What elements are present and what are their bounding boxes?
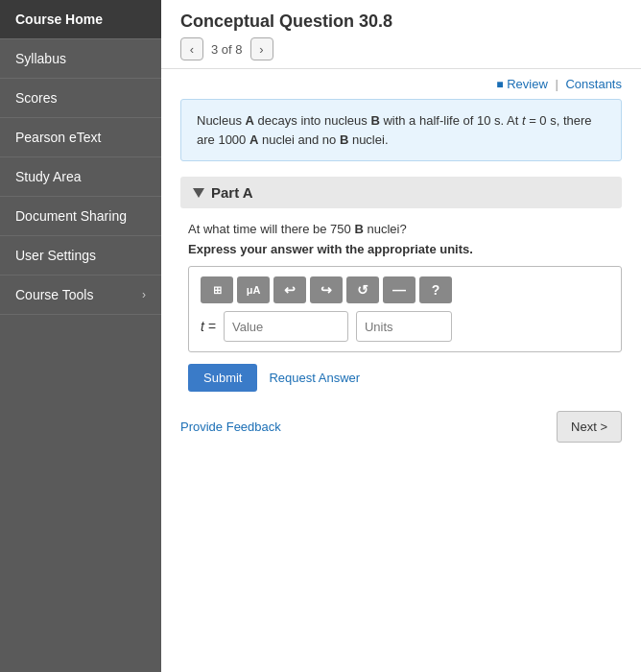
page-info: 3 of 8 [211, 42, 243, 57]
pagination: ‹ 3 of 8 › [180, 37, 622, 60]
sidebar-item-pearson-etext[interactable]: Pearson eText [0, 118, 161, 157]
value-input[interactable] [224, 311, 348, 342]
redo-icon: ↪ [320, 282, 332, 298]
mu-icon: μA [247, 284, 261, 296]
separator: | [555, 77, 558, 91]
dash-icon: — [392, 282, 406, 298]
reset-icon: ↺ [357, 282, 368, 298]
page-title: Conceptual Question 30.8 [180, 12, 622, 32]
sidebar-item-syllabus[interactable]: Syllabus [0, 39, 161, 79]
part-label: Part A [211, 184, 253, 201]
next-button[interactable]: Next > [557, 411, 622, 443]
mu-button[interactable]: μA [237, 276, 270, 303]
next-page-button[interactable]: › [250, 37, 273, 60]
units-input[interactable] [356, 311, 452, 342]
answer-instruction: Express your answer with the appropriate… [188, 242, 622, 256]
sidebar-item-document-sharing[interactable]: Document Sharing [0, 197, 161, 236]
feedback-link[interactable]: Provide Feedback [180, 420, 281, 434]
t-label: t = [201, 319, 216, 334]
dash-button[interactable]: — [383, 276, 415, 303]
main-header: Conceptual Question 30.8 ‹ 3 of 8 › [161, 0, 641, 69]
help-button[interactable]: ? [419, 276, 452, 303]
sidebar-item-label: Course Home [15, 12, 103, 27]
sidebar-item-label: Syllabus [15, 51, 66, 66]
toolbar: ⊞ μA ↩ ↪ ↺ — [201, 276, 609, 303]
value-row: t = [201, 311, 609, 342]
undo-button[interactable]: ↩ [273, 276, 306, 303]
content-area: Nucleus A decays into nucleus B with a h… [161, 99, 641, 462]
help-icon: ? [432, 282, 440, 298]
chevron-right-icon: › [142, 288, 146, 301]
review-link[interactable]: Review [507, 77, 548, 91]
sidebar-item-label: Document Sharing [15, 208, 127, 224]
constants-link[interactable]: Constants [565, 77, 622, 91]
part-header: Part A [180, 177, 622, 208]
sidebar-item-label: Course Tools [15, 287, 93, 302]
sidebar-item-course-home[interactable]: Course Home [0, 0, 161, 39]
reset-button[interactable]: ↺ [346, 276, 379, 303]
prev-page-button[interactable]: ‹ [180, 37, 203, 60]
sidebar-item-user-settings[interactable]: User Settings [0, 236, 161, 276]
collapse-icon[interactable] [193, 188, 204, 198]
submit-button[interactable]: Submit [188, 364, 257, 392]
main-content: Conceptual Question 30.8 ‹ 3 of 8 › ■ Re… [161, 0, 641, 672]
matrix-button[interactable]: ⊞ [201, 276, 233, 303]
sidebar-item-label: Scores [15, 90, 58, 106]
top-links: ■ Review | Constants [161, 69, 641, 99]
sidebar-item-label: User Settings [15, 248, 96, 263]
sidebar-item-course-tools[interactable]: Course Tools › [0, 276, 161, 315]
next-label: Next > [571, 420, 607, 434]
sidebar-item-label: Study Area [15, 169, 82, 184]
matrix-icon: ⊞ [213, 284, 222, 297]
request-answer-link[interactable]: Request Answer [269, 371, 360, 385]
info-text: Nucleus A decays into nucleus B with a h… [197, 113, 592, 147]
undo-icon: ↩ [284, 282, 296, 298]
info-box: Nucleus A decays into nucleus B with a h… [180, 99, 622, 161]
sidebar-item-study-area[interactable]: Study Area [0, 157, 161, 197]
input-box: ⊞ μA ↩ ↪ ↺ — [188, 266, 622, 352]
sidebar-item-scores[interactable]: Scores [0, 79, 161, 118]
action-row: Submit Request Answer [188, 364, 622, 392]
review-icon: ■ [496, 78, 503, 91]
redo-button[interactable]: ↪ [310, 276, 343, 303]
bottom-row: Provide Feedback Next > [180, 411, 622, 443]
sidebar: Course Home Syllabus Scores Pearson eTex… [0, 0, 161, 672]
question-text: At what time will there be 750 B nuclei? [188, 222, 622, 236]
sidebar-item-label: Pearson eText [15, 130, 102, 145]
